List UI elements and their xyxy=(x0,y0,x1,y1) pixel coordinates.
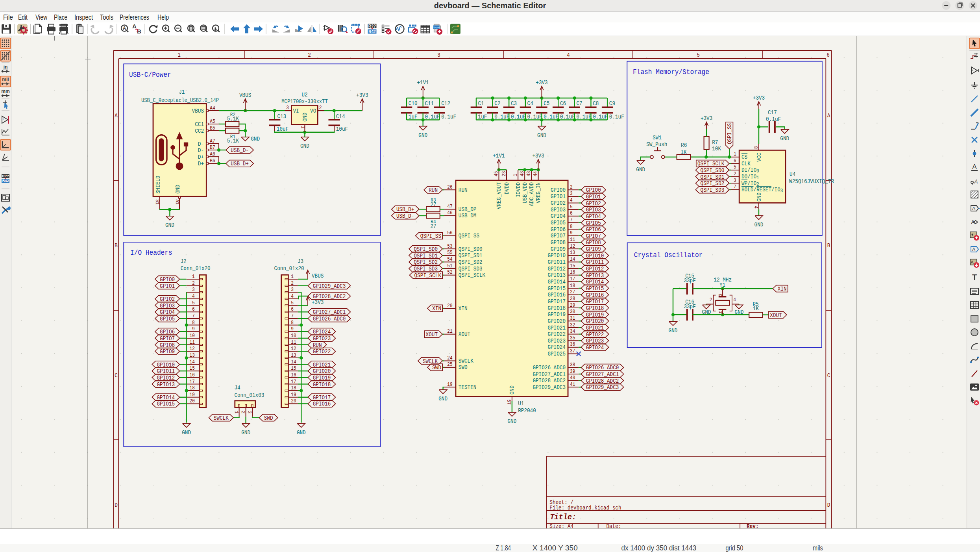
svg-text:1: 1 xyxy=(734,152,736,157)
svg-text:2: 2 xyxy=(734,171,736,177)
svg-text:GPIO15: GPIO15 xyxy=(547,285,566,292)
svg-text:Tools: Tools xyxy=(100,13,113,21)
svg-text:XOUT: XOUT xyxy=(459,331,470,338)
svg-text:GPIO28_ADC2: GPIO28_ADC2 xyxy=(533,378,566,384)
svg-text:0.1uF: 0.1uF xyxy=(609,114,624,120)
svg-text:Title:: Title: xyxy=(550,513,576,522)
svg-text:14: 14 xyxy=(291,359,296,365)
svg-text:GPIO22: GPIO22 xyxy=(313,348,331,355)
svg-text:38: 38 xyxy=(570,362,575,368)
svg-text:VCC: VCC xyxy=(756,153,763,162)
svg-text:CS: CS xyxy=(741,154,747,161)
svg-text:QSPI_SS: QSPI_SS xyxy=(727,123,733,144)
svg-text:QSPI_SS: QSPI_SS xyxy=(420,233,441,240)
svg-text:XIN: XIN xyxy=(778,286,787,293)
svg-text:7: 7 xyxy=(570,217,573,223)
svg-text:B6: B6 xyxy=(210,158,215,164)
svg-text:33pF: 33pF xyxy=(684,278,695,284)
svg-text:32: 32 xyxy=(570,322,575,328)
svg-text:GPIO29_ADC3: GPIO29_ADC3 xyxy=(313,283,346,290)
svg-text:15: 15 xyxy=(190,366,195,371)
svg-text:47: 47 xyxy=(447,204,452,209)
svg-text:XOUT: XOUT xyxy=(426,332,438,338)
svg-text:GPIO27_ADC1: GPIO27_ADC1 xyxy=(533,371,566,378)
svg-text:1uF: 1uF xyxy=(478,114,487,120)
svg-text:1: 1 xyxy=(291,274,294,280)
svg-text:GND: GND xyxy=(636,167,645,173)
svg-text:A: A xyxy=(827,113,830,119)
svg-text:C4: C4 xyxy=(527,100,533,107)
svg-text:1K: 1K xyxy=(753,306,759,312)
svg-text:A: A xyxy=(972,163,977,170)
svg-text:+3V3: +3V3 xyxy=(753,95,765,102)
svg-text:GND: GND xyxy=(735,309,744,316)
svg-text:+3V3: +3V3 xyxy=(532,153,544,159)
svg-text:6: 6 xyxy=(192,307,195,312)
svg-text:Z 1.84: Z 1.84 xyxy=(496,544,511,552)
svg-text:26: 26 xyxy=(447,185,452,190)
svg-text:XIN: XIN xyxy=(432,306,441,312)
svg-text:54: 54 xyxy=(447,257,452,262)
svg-text:A7: A7 xyxy=(210,139,215,144)
svg-text:+: + xyxy=(972,69,974,72)
svg-text:0: 0 xyxy=(756,169,759,174)
svg-text:34: 34 xyxy=(570,329,575,334)
svg-text:40: 40 xyxy=(570,375,575,381)
svg-text:C6: C6 xyxy=(560,100,566,107)
svg-text:GPIO21: GPIO21 xyxy=(547,325,566,332)
svg-text:51: 51 xyxy=(447,263,452,269)
svg-text:8: 8 xyxy=(754,146,759,149)
svg-text:File: devboard.kicad_sch: File: devboard.kicad_sch xyxy=(549,505,621,511)
svg-text:Crystal Oscillator: Crystal Oscillator xyxy=(634,251,703,259)
svg-text:5: 5 xyxy=(192,300,195,306)
svg-text:RP2040: RP2040 xyxy=(518,408,536,414)
svg-text:mil: mil xyxy=(2,77,9,82)
svg-text:GPIO26_ADC0: GPIO26_ADC0 xyxy=(533,365,566,371)
svg-text:GND: GND xyxy=(508,418,517,425)
svg-text:0.1uF: 0.1uF xyxy=(544,114,558,120)
svg-text:GPIO15: GPIO15 xyxy=(157,401,175,408)
svg-text:USB_C_Receptacle_USB2.0_14P: USB_C_Receptacle_USB2.0_14P xyxy=(141,97,219,104)
svg-text:3: 3 xyxy=(734,178,736,183)
svg-text:+1V1: +1V1 xyxy=(493,153,505,159)
svg-text:C10: C10 xyxy=(409,100,418,107)
svg-text:R42: R42 xyxy=(368,30,376,34)
svg-text:U2: U2 xyxy=(301,92,307,98)
svg-text:A: A xyxy=(115,113,118,119)
svg-text:GND: GND xyxy=(241,430,250,436)
svg-text:30: 30 xyxy=(570,309,575,315)
svg-text:/IO: /IO xyxy=(747,180,756,187)
svg-text:D-: D- xyxy=(198,141,204,148)
svg-text:GPIO0: GPIO0 xyxy=(551,187,566,194)
svg-text:1uF: 1uF xyxy=(409,114,418,120)
svg-text:GPIO1: GPIO1 xyxy=(551,193,566,200)
svg-text:/: / xyxy=(753,187,756,193)
svg-text:5: 5 xyxy=(734,165,736,170)
svg-text:5.1K: 5.1K xyxy=(227,138,239,144)
svg-text:C: C xyxy=(827,372,830,379)
svg-text:7: 7 xyxy=(291,313,294,319)
svg-text:13: 13 xyxy=(291,353,296,358)
svg-text:0.1uF: 0.1uF xyxy=(560,114,575,120)
svg-text:15: 15 xyxy=(291,366,296,371)
svg-text:SW1: SW1 xyxy=(653,135,662,141)
svg-text:A5: A5 xyxy=(210,119,215,124)
svg-text:CC1: CC1 xyxy=(195,121,204,128)
svg-text:5: 5 xyxy=(697,52,700,59)
svg-text:X 1400 Y 350: X 1400 Y 350 xyxy=(533,544,578,552)
svg-text:QSPI_SD2: QSPI_SD2 xyxy=(459,259,483,266)
svg-text:27: 27 xyxy=(430,223,436,230)
svg-text:11: 11 xyxy=(190,340,195,345)
svg-text:GND: GND xyxy=(302,113,309,122)
svg-text:2: 2 xyxy=(192,281,195,286)
svg-text:R7: R7 xyxy=(712,139,718,146)
svg-text:19: 19 xyxy=(190,392,195,398)
svg-text:45: 45 xyxy=(494,171,499,176)
svg-text:3: 3 xyxy=(437,52,440,59)
svg-text:GPIO24: GPIO24 xyxy=(586,345,604,351)
svg-text:C1: C1 xyxy=(478,100,484,107)
svg-text:3: 3 xyxy=(286,105,289,111)
svg-text:24: 24 xyxy=(447,356,452,361)
svg-text:D: D xyxy=(115,502,118,509)
svg-text:GPIO29_ADC3: GPIO29_ADC3 xyxy=(586,384,619,391)
